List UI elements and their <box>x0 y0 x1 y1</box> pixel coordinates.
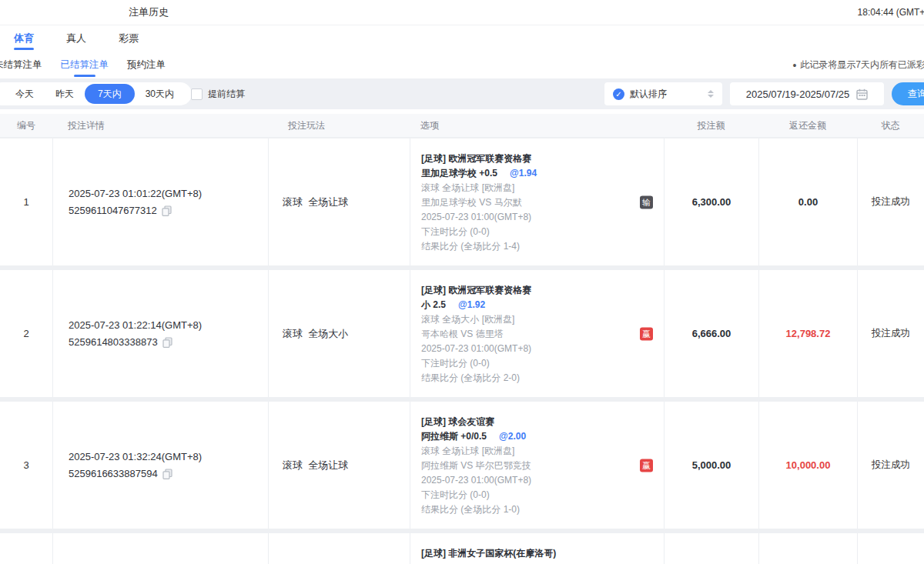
match-time: 2025-07-23 01:00(GMT+8) <box>421 473 633 488</box>
market-name: 滚球 全场让球 [欧洲盘] <box>421 444 633 459</box>
check-circle-icon: ✓ <box>613 88 624 100</box>
odds-value: @1.94 <box>510 166 537 181</box>
result-badge: 赢 <box>640 327 653 340</box>
search-button[interactable]: 查询 <box>892 82 924 105</box>
league-name: [足球] 欧洲冠军联赛资格赛 <box>421 283 633 298</box>
server-time: 18:04:44 (GMT+8) <box>858 7 924 18</box>
sort-dropdown-value: 默认排序 <box>630 88 667 101</box>
col-header-stake: 投注额 <box>664 119 758 132</box>
odds-value: @1.92 <box>458 298 485 312</box>
early-settle-label: 提前结算 <box>208 88 245 101</box>
sort-dropdown[interactable]: ✓ 默认排序 <box>604 82 722 105</box>
bet-status <box>857 533 924 564</box>
bet-play: 滚球 全场让球 <box>268 138 410 265</box>
records-note-text: 此记录将显示7天内所有已派彩的 <box>800 58 924 72</box>
range-7days[interactable]: 7天内 <box>85 84 135 104</box>
league-name: [足球] 非洲女子国家杯(在摩洛哥) <box>421 546 633 561</box>
table-body: 1 2025-07-23 01:01:22(GMT+8) 52596110476… <box>0 137 924 564</box>
range-today[interactable]: 今天 <box>5 84 45 104</box>
records-note: • 此记录将显示7天内所有已派彩的 <box>792 58 924 72</box>
result-badge: 输 <box>640 195 653 209</box>
stake-amount: 5,000.00 <box>664 402 758 529</box>
col-header-detail: 投注详情 <box>52 119 268 132</box>
table-row: 3 2025-07-23 01:32:24(GMT+8) 52596166338… <box>0 402 924 529</box>
bet-play <box>268 533 410 564</box>
table-row: [足球] 非洲女子国家杯(在摩洛哥) <box>0 533 924 564</box>
copy-icon[interactable] <box>162 469 172 479</box>
payout-amount <box>758 533 857 564</box>
checkbox-unchecked-icon[interactable] <box>191 88 203 100</box>
match-teams: 里加足球学校 VS 马尔默 <box>421 195 633 210</box>
copy-icon[interactable] <box>162 337 172 348</box>
league-name: [足球] 球会友谊赛 <box>421 415 633 429</box>
result-badge: 赢 <box>640 459 653 472</box>
stake-amount: 6,300.00 <box>664 138 758 265</box>
stake-amount <box>664 533 758 564</box>
market-name: 滚球 全场大小 [欧洲盘] <box>421 312 633 327</box>
col-header-no: 编号 <box>0 119 52 132</box>
early-settle-toggle[interactable]: 提前结算 <box>191 78 245 109</box>
bet-status: 投注成功 <box>857 138 924 265</box>
bet-detail-cell <box>52 533 268 564</box>
score-at-bet: 下注时比分 (0-0) <box>421 488 633 502</box>
bet-status: 投注成功 <box>857 270 924 397</box>
tab-sports-label: 体育 <box>14 32 34 45</box>
league-name: [足球] 欧洲冠军联赛资格赛 <box>421 152 633 166</box>
bet-detail-cell: 2025-07-23 01:32:24(GMT+8) 5259616633887… <box>52 402 268 529</box>
bet-id: 5259614803338873 <box>69 336 158 348</box>
bet-number: 1 <box>0 138 52 265</box>
bet-number: 3 <box>0 402 52 529</box>
stake-amount: 6,666.00 <box>664 270 758 397</box>
tab-lottery-label: 彩票 <box>119 32 139 45</box>
payout-amount: 12,798.72 <box>758 270 857 397</box>
bet-detail-cell: 2025-07-23 01:22:14(GMT+8) 5259614803338… <box>52 270 268 397</box>
bet-number <box>0 533 52 564</box>
col-header-option: 选项 <box>410 119 664 132</box>
tab-sports[interactable]: 体育 <box>6 25 42 51</box>
tab-lottery[interactable]: 彩票 <box>111 25 146 51</box>
subtab-unsettled-label: 未结算注单 <box>0 58 42 72</box>
tab-live[interactable]: 真人 <box>59 25 94 51</box>
copy-icon[interactable] <box>162 205 172 216</box>
bet-option-cell: [足球] 欧洲冠军联赛资格赛 里加足球学校 +0.5 @1.94 滚球 全场让球… <box>410 138 664 265</box>
bet-detail-cell: 2025-07-23 01:01:22(GMT+8) 5259611047677… <box>52 138 268 265</box>
range-yesterday[interactable]: 昨天 <box>45 84 85 104</box>
col-header-payout: 返还金额 <box>758 119 857 132</box>
filter-bar: 今天 昨天 7天内 30天内 提前结算 ✓ 默认排序 2025/07/19-20… <box>0 78 924 109</box>
pick-name: 阿拉维斯 +0/0.5 <box>421 429 487 444</box>
bet-time: 2025-07-23 01:32:24(GMT+8) <box>69 451 268 462</box>
bullet-icon: • <box>792 59 796 70</box>
match-time: 2025-07-23 01:00(GMT+8) <box>421 210 633 225</box>
result-score: 结果比分 (全场比分 2-0) <box>421 371 633 385</box>
table-row: 2 2025-07-23 01:22:14(GMT+8) 52596148033… <box>0 270 924 397</box>
range-30days[interactable]: 30天内 <box>135 84 185 104</box>
pick-name: 里加足球学校 +0.5 <box>421 166 497 181</box>
col-header-play: 投注玩法 <box>268 119 410 132</box>
sort-caret-icon <box>708 90 714 98</box>
bet-id: 5259611047677312 <box>69 205 157 216</box>
score-at-bet: 下注时比分 (0-0) <box>421 225 633 239</box>
col-header-status: 状态 <box>857 119 924 132</box>
date-range-value: 2025/07/19-2025/07/25 <box>746 88 849 100</box>
calendar-icon <box>856 88 868 100</box>
main-tabs: 体育 真人 彩票 <box>0 25 924 51</box>
date-range-input[interactable]: 2025/07/19-2025/07/25 <box>730 82 884 105</box>
bet-play: 滚球 全场大小 <box>268 270 410 397</box>
subtab-reserved-label: 预约注单 <box>127 58 166 72</box>
bet-option-cell: [足球] 非洲女子国家杯(在摩洛哥) <box>410 533 664 564</box>
sub-tabs: 未结算注单 已结算注单 预约注单 • 此记录将显示7天内所有已派彩的 <box>0 51 924 78</box>
table-header: 编号 投注详情 投注玩法 选项 投注额 返还金额 状态 <box>0 114 924 137</box>
subtab-reserved[interactable]: 预约注单 <box>127 51 166 78</box>
market-name: 滚球 全场让球 [欧洲盘] <box>421 181 633 195</box>
subtab-unsettled[interactable]: 未结算注单 <box>0 51 42 78</box>
result-score: 结果比分 (全场比分 1-0) <box>421 502 633 517</box>
score-at-bet: 下注时比分 (0-0) <box>421 356 633 371</box>
bet-time: 2025-07-23 01:22:14(GMT+8) <box>69 319 268 331</box>
pick-name: 小 2.5 <box>421 298 446 312</box>
date-range-group: 今天 昨天 7天内 30天内 <box>0 82 192 105</box>
subtab-settled[interactable]: 已结算注单 <box>61 51 109 78</box>
bet-play: 滚球 全场让球 <box>268 402 410 529</box>
match-time: 2025-07-23 01:00(GMT+8) <box>421 342 633 356</box>
bet-option-cell: [足球] 欧洲冠军联赛资格赛 小 2.5 @1.92 滚球 全场大小 [欧洲盘]… <box>410 270 664 397</box>
bet-id: 5259616633887594 <box>69 468 158 479</box>
